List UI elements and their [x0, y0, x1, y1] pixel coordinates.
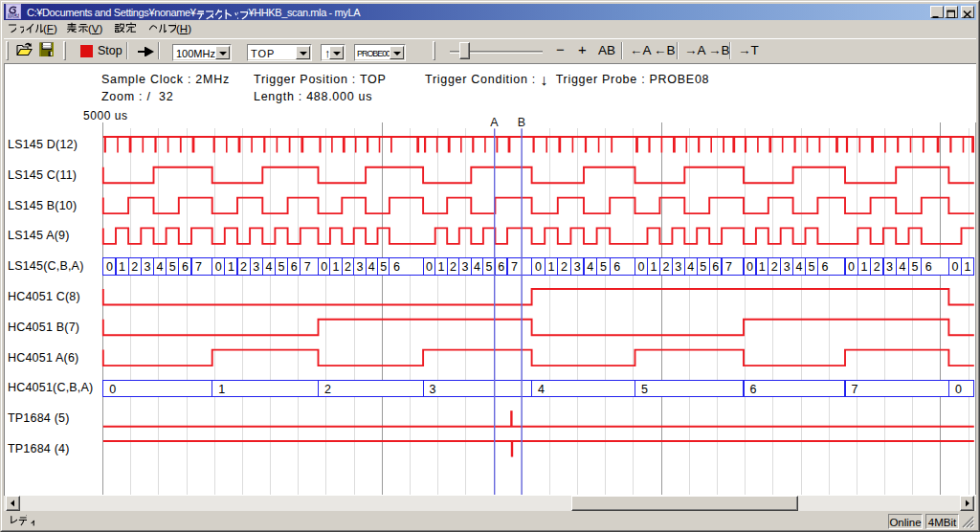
svg-text:6: 6 [925, 260, 932, 274]
svg-text:2: 2 [662, 260, 669, 274]
svg-text:3: 3 [574, 260, 581, 274]
svg-text:1: 1 [437, 260, 444, 274]
svg-text:5: 5 [641, 383, 648, 396]
svg-text:1: 1 [650, 260, 657, 274]
svg-text:4: 4 [368, 260, 375, 274]
svg-text:5: 5 [600, 260, 607, 274]
svg-text:3: 3 [430, 383, 436, 396]
svg-text:6: 6 [291, 260, 298, 274]
svg-text:1: 1 [548, 260, 555, 274]
svg-text:2: 2 [345, 260, 351, 274]
svg-text:2: 2 [771, 260, 778, 274]
svg-text:1: 1 [759, 260, 766, 274]
svg-text:3: 3 [886, 260, 893, 274]
svg-text:6: 6 [393, 260, 400, 274]
svg-text:0: 0 [535, 260, 542, 274]
svg-text:6: 6 [750, 383, 757, 396]
svg-text:4: 4 [796, 260, 803, 274]
svg-text:6: 6 [498, 260, 504, 274]
svg-text:1: 1 [965, 260, 971, 274]
svg-text:B: B [518, 116, 525, 129]
svg-text:2: 2 [240, 260, 247, 274]
svg-text:6: 6 [712, 260, 719, 274]
svg-text:0: 0 [952, 260, 959, 274]
svg-text:1: 1 [228, 260, 234, 274]
svg-text:7: 7 [195, 260, 202, 274]
svg-text:0: 0 [746, 260, 753, 274]
svg-text:A: A [490, 116, 499, 129]
svg-text:5: 5 [380, 260, 387, 274]
svg-text:4: 4 [587, 260, 593, 274]
svg-text:1: 1 [119, 260, 125, 274]
svg-text:0: 0 [955, 383, 962, 396]
svg-text:3: 3 [784, 260, 791, 274]
svg-text:4: 4 [474, 260, 480, 274]
svg-text:7: 7 [304, 260, 311, 274]
svg-text:0: 0 [109, 383, 116, 396]
svg-text:3: 3 [462, 260, 469, 274]
svg-text:5: 5 [809, 260, 815, 274]
svg-text:3: 3 [253, 260, 259, 274]
svg-text:0: 0 [321, 260, 327, 274]
svg-text:2: 2 [324, 383, 331, 396]
svg-text:1: 1 [861, 260, 868, 274]
svg-text:1: 1 [218, 383, 225, 396]
svg-text:3: 3 [675, 260, 681, 274]
svg-text:5: 5 [278, 260, 285, 274]
svg-text:4: 4 [265, 260, 272, 274]
svg-text:0: 0 [106, 260, 113, 274]
svg-text:4: 4 [899, 260, 905, 274]
svg-text:7: 7 [852, 383, 858, 396]
svg-text:0: 0 [848, 260, 855, 274]
svg-text:6: 6 [821, 260, 828, 274]
svg-text:0: 0 [215, 260, 222, 274]
svg-text:4: 4 [687, 260, 694, 274]
svg-text:2: 2 [561, 260, 568, 274]
svg-text:5: 5 [912, 260, 919, 274]
svg-text:1: 1 [333, 260, 340, 274]
svg-text:5: 5 [700, 260, 706, 274]
svg-text:0: 0 [426, 260, 433, 274]
svg-text:2: 2 [450, 260, 457, 274]
svg-text:2: 2 [131, 260, 138, 274]
svg-text:4: 4 [538, 383, 545, 396]
svg-text:5: 5 [169, 260, 176, 274]
svg-text:2: 2 [874, 260, 880, 274]
svg-text:3: 3 [144, 260, 150, 274]
svg-text:5: 5 [486, 260, 493, 274]
svg-text:6: 6 [182, 260, 189, 274]
svg-text:4: 4 [157, 260, 164, 274]
svg-text:7: 7 [511, 260, 518, 274]
svg-text:0: 0 [638, 260, 645, 274]
svg-text:3: 3 [356, 260, 363, 274]
svg-text:6: 6 [613, 260, 620, 274]
svg-text:7: 7 [725, 260, 732, 274]
